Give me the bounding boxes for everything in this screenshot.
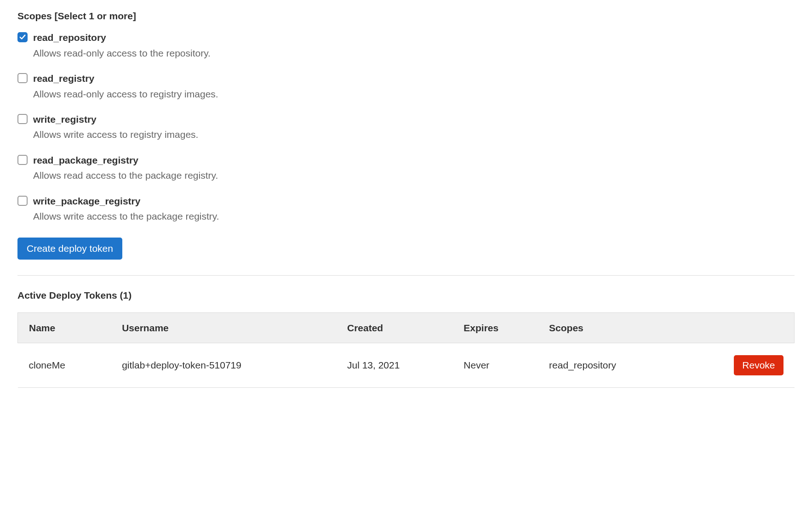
scope-checkbox-read-repository[interactable] xyxy=(17,32,28,42)
active-deploy-tokens-heading: Active Deploy Tokens (1) xyxy=(17,289,795,302)
scope-checkbox-write-registry[interactable] xyxy=(17,114,28,124)
scope-item-read-repository: read_repository Allows read-only access … xyxy=(17,31,795,60)
scopes-section-label: Scopes [Select 1 or more] xyxy=(17,9,795,23)
col-created-header: Created xyxy=(336,312,452,343)
col-expires-header: Expires xyxy=(452,312,538,343)
scope-name: read_package_registry xyxy=(33,153,218,167)
col-name-header: Name xyxy=(18,312,111,343)
scope-desc: Allows read access to the package regist… xyxy=(33,169,218,182)
divider xyxy=(17,275,795,276)
scope-checkbox-read-package-registry[interactable] xyxy=(17,155,28,165)
scopes-list: read_repository Allows read-only access … xyxy=(17,31,795,223)
scope-item-read-package-registry: read_package_registry Allows read access… xyxy=(17,153,795,182)
revoke-button[interactable]: Revoke xyxy=(734,355,783,375)
cell-name: cloneMe xyxy=(18,343,111,388)
scope-item-read-registry: read_registry Allows read-only access to… xyxy=(17,72,795,101)
scope-checkbox-read-registry[interactable] xyxy=(17,73,28,83)
deploy-tokens-table: Name Username Created Expires Scopes clo… xyxy=(17,312,795,388)
cell-expires: Never xyxy=(452,343,538,388)
scope-desc: Allows write access to registry images. xyxy=(33,128,198,141)
cell-actions: Revoke xyxy=(701,343,795,388)
cell-username: gitlab+deploy-token-510719 xyxy=(111,343,336,388)
scope-name: write_registry xyxy=(33,113,198,126)
col-username-header: Username xyxy=(111,312,336,343)
col-actions-header xyxy=(701,312,795,343)
scope-desc: Allows write access to the package regis… xyxy=(33,210,219,223)
scope-item-write-package-registry: write_package_registry Allows write acce… xyxy=(17,194,795,223)
scope-name: read_registry xyxy=(33,72,218,85)
create-deploy-token-button[interactable]: Create deploy token xyxy=(17,238,122,260)
table-row: cloneMe gitlab+deploy-token-510719 Jul 1… xyxy=(18,343,795,388)
col-scopes-header: Scopes xyxy=(538,312,701,343)
scope-name: write_package_registry xyxy=(33,194,219,208)
scope-desc: Allows read-only access to registry imag… xyxy=(33,87,218,101)
scope-name: read_repository xyxy=(33,31,211,44)
cell-created: Jul 13, 2021 xyxy=(336,343,452,388)
scope-desc: Allows read-only access to the repositor… xyxy=(33,46,211,60)
cell-scopes: read_repository xyxy=(538,343,701,388)
check-icon xyxy=(19,34,26,40)
scope-item-write-registry: write_registry Allows write access to re… xyxy=(17,113,795,142)
scope-checkbox-write-package-registry[interactable] xyxy=(17,196,28,206)
